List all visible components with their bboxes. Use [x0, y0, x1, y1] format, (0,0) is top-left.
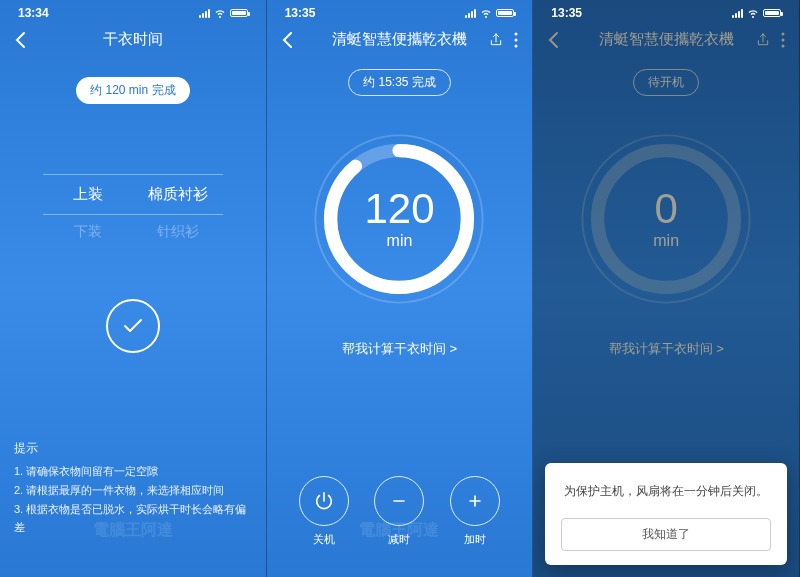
share-button[interactable]: [488, 32, 504, 48]
signal-icon: [732, 9, 743, 18]
signal-icon: [465, 9, 476, 18]
svg-point-1: [515, 38, 518, 41]
check-icon: [120, 313, 146, 339]
svg-point-6: [781, 32, 784, 35]
confirm-button[interactable]: [106, 299, 160, 353]
picker-category-next[interactable]: 下装: [43, 215, 133, 249]
more-button[interactable]: [514, 32, 518, 48]
minus-icon: [389, 491, 409, 511]
battery-icon: [230, 9, 248, 17]
fan-shutdown-modal: 为保护主机，风扇将在一分钟后关闭。 我知道了: [545, 463, 787, 565]
bottom-controls: 关机 减时 加时: [267, 476, 533, 547]
status-pill: 待开机: [633, 69, 699, 96]
status-icons: [732, 7, 781, 19]
minus-button[interactable]: [374, 476, 424, 526]
clothing-picker[interactable]: 上装 棉质衬衫 下装 针织衫: [43, 174, 223, 249]
status-time: 13:35: [551, 6, 582, 20]
plus-icon: [465, 491, 485, 511]
screen-dry-time-settings: 13:34 干衣时间 约 120 min 完成 上装 棉质衬衫 下装 针织衫 提: [0, 0, 267, 577]
screen-dryer-standby-modal: 13:35 清蜓智慧便攜乾衣機 待开机: [533, 0, 800, 577]
modal-message: 为保护主机，风扇将在一分钟后关闭。: [561, 483, 771, 500]
status-time: 13:35: [285, 6, 316, 20]
tips-section: 提示 1. 请确保衣物间留有一定空隙 2. 请根据最厚的一件衣物，来选择相应时间…: [14, 438, 252, 537]
timer-value: 120: [364, 188, 434, 230]
calculate-time-link[interactable]: 帮我计算干衣时间 >: [533, 340, 799, 358]
page-title: 干衣时间: [54, 30, 212, 49]
nav-bar: 干衣时间: [0, 22, 266, 61]
power-button[interactable]: [299, 476, 349, 526]
wifi-icon: [480, 7, 492, 19]
timer-unit: min: [387, 232, 413, 250]
battery-icon: [496, 9, 514, 17]
completion-pill: 约 120 min 完成: [76, 77, 189, 104]
status-icons: [465, 7, 514, 19]
modal-confirm-button[interactable]: 我知道了: [561, 518, 771, 551]
wifi-icon: [214, 7, 226, 19]
picker-material-selected[interactable]: 棉质衬衫: [133, 175, 223, 214]
tips-title: 提示: [14, 438, 252, 458]
tip-line: 2. 请根据最厚的一件衣物，来选择相应时间: [14, 481, 252, 500]
back-button[interactable]: [14, 31, 26, 49]
svg-point-2: [515, 44, 518, 47]
timer-dial: 0 min: [571, 124, 761, 314]
minus-label: 减时: [374, 532, 424, 547]
screen-dryer-running: 13:35 清蜓智慧便攜乾衣機 约 15:35 完成: [267, 0, 534, 577]
status-bar: 13:34: [0, 0, 266, 22]
plus-label: 加时: [450, 532, 500, 547]
calculate-time-link[interactable]: 帮我计算干衣时间 >: [267, 340, 533, 358]
tip-line: 3. 根据衣物是否已脱水，实际烘干时长会略有偏差: [14, 500, 252, 537]
status-icons: [199, 7, 248, 19]
page-title: 清蜓智慧便攜乾衣機: [587, 30, 745, 49]
tip-line: 1. 请确保衣物间留有一定空隙: [14, 462, 252, 481]
svg-point-0: [515, 32, 518, 35]
nav-bar: 清蜓智慧便攜乾衣機: [533, 22, 799, 61]
picker-material-next[interactable]: 针织衫: [133, 215, 223, 249]
timer-unit: min: [653, 232, 679, 250]
back-button[interactable]: [281, 31, 293, 49]
plus-button[interactable]: [450, 476, 500, 526]
more-button[interactable]: [781, 32, 785, 48]
svg-point-8: [781, 44, 784, 47]
svg-point-7: [781, 38, 784, 41]
page-title: 清蜓智慧便攜乾衣機: [321, 30, 479, 49]
status-time: 13:34: [18, 6, 49, 20]
status-bar: 13:35: [267, 0, 533, 22]
completion-pill: 约 15:35 完成: [348, 69, 451, 96]
picker-category-selected[interactable]: 上装: [43, 175, 133, 214]
status-bar: 13:35: [533, 0, 799, 22]
back-button[interactable]: [547, 31, 559, 49]
timer-dial: 120 min: [304, 124, 494, 314]
battery-icon: [763, 9, 781, 17]
wifi-icon: [747, 7, 759, 19]
nav-bar: 清蜓智慧便攜乾衣機: [267, 22, 533, 61]
share-button[interactable]: [755, 32, 771, 48]
power-label: 关机: [299, 532, 349, 547]
signal-icon: [199, 9, 210, 18]
timer-value: 0: [654, 188, 677, 230]
power-icon: [313, 490, 335, 512]
